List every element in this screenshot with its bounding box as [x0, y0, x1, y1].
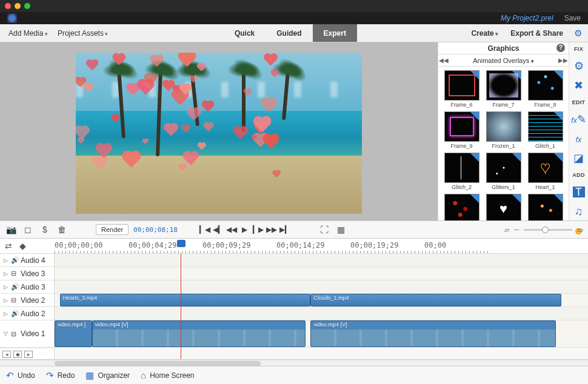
- fullscreen-icon[interactable]: ⛶: [318, 223, 330, 236]
- adjust-sliders-icon[interactable]: ⚙: [570, 61, 587, 71]
- category-prev-icon[interactable]: ◀◀: [438, 57, 449, 64]
- graphics-item[interactable]: Hearts_2: [484, 194, 523, 220]
- goto-end-icon[interactable]: ▶▎: [279, 224, 290, 235]
- tab-quick[interactable]: Quick: [224, 24, 266, 42]
- fx-icon[interactable]: fx: [570, 133, 587, 144]
- transport-controls: ▎◀ ◀▎ ◀◀ ▶ ▎▶ ▶▶ ▶▎: [199, 224, 290, 235]
- graphics-item[interactable]: Hearts_3: [526, 194, 565, 220]
- graphics-item[interactable]: Frame_8: [526, 70, 565, 108]
- clip[interactable]: video.mp4 [V]: [92, 320, 306, 347]
- properties-icon[interactable]: ⇄: [5, 241, 12, 251]
- graphics-item[interactable]: Frame_7: [484, 70, 523, 108]
- track-header[interactable]: ▷⊟Video 3: [0, 267, 55, 280]
- track-body[interactable]: [55, 307, 588, 320]
- step-back-icon[interactable]: ◀▎: [213, 224, 224, 235]
- crop-icon[interactable]: ◻: [22, 223, 34, 236]
- graphics-item[interactable]: Hearts_1: [442, 194, 481, 220]
- close-window-button[interactable]: [5, 3, 11, 9]
- category-dropdown[interactable]: Animated Overlays: [449, 57, 558, 64]
- music-icon[interactable]: ♫: [570, 206, 587, 217]
- track-body[interactable]: video.mp4 [video.mp4 [V]video.mp4 [V]: [55, 320, 588, 347]
- category-next-icon[interactable]: ▶▶: [558, 57, 569, 64]
- graphics-item[interactable]: Frame_9: [442, 111, 481, 149]
- export-share-button[interactable]: Export & Share: [507, 27, 567, 40]
- clip[interactable]: video.mp4 [: [55, 320, 92, 347]
- expand-track-icon[interactable]: ▷: [2, 297, 8, 303]
- zoom-slider[interactable]: [524, 229, 572, 231]
- graphics-grid[interactable]: Frame_6Frame_7Frame_8Frame_9Frozen_1Glit…: [438, 67, 569, 220]
- fx-edit-icon[interactable]: fx✎: [570, 114, 587, 125]
- save-button[interactable]: Save: [564, 14, 581, 22]
- goto-start-icon[interactable]: ▎◀: [199, 224, 210, 235]
- playhead-handle[interactable]: [177, 240, 185, 247]
- track-header[interactable]: ▷🔊Audio 3: [0, 280, 55, 293]
- minimize-window-button[interactable]: [15, 3, 21, 9]
- clip[interactable]: Hearts_3.mp4: [60, 294, 311, 306]
- settings-gear-icon[interactable]: ⚙: [572, 28, 584, 39]
- track-home-icon[interactable]: ◆: [13, 351, 22, 358]
- dollar-markers-icon[interactable]: $: [39, 223, 51, 236]
- tab-expert[interactable]: Expert: [313, 24, 357, 42]
- ruler-tick: 00;00;04;29: [129, 241, 176, 250]
- expand-track-icon[interactable]: ▷: [2, 257, 8, 263]
- clip[interactable]: Clouds_1.mp4: [310, 294, 561, 306]
- tab-guided[interactable]: Guided: [266, 24, 312, 42]
- transitions-icon[interactable]: ◪: [570, 153, 587, 164]
- time-ruler[interactable]: 00;00;00;0000;00;04;2900;00;09;2900;00;1…: [55, 239, 588, 254]
- camera-icon[interactable]: 📷: [5, 223, 17, 236]
- create-menu[interactable]: Create: [467, 27, 502, 40]
- add-media-menu[interactable]: Add Media: [4, 27, 53, 40]
- track-body[interactable]: Hearts_3.mp4Clouds_1.mp4: [55, 294, 588, 306]
- expand-track-icon[interactable]: ▽: [2, 331, 8, 337]
- expand-track-icon[interactable]: ▷: [2, 284, 8, 290]
- titles-icon[interactable]: T: [573, 187, 585, 197]
- track-next-icon[interactable]: ▸: [24, 351, 33, 358]
- play-icon[interactable]: ▶: [239, 224, 250, 235]
- track-body[interactable]: [55, 280, 588, 293]
- toolstrip-edit[interactable]: EDIT: [570, 99, 587, 105]
- redo-button[interactable]: ↷Redo: [46, 370, 75, 381]
- playhead-line[interactable]: [181, 254, 181, 359]
- main-menubar: Add Media Project Assets Quick Guided Ex…: [0, 24, 588, 42]
- step-fwd-icon[interactable]: ▎▶: [253, 224, 264, 235]
- safe-margins-icon[interactable]: ▦: [335, 223, 347, 236]
- tools-icon[interactable]: ✖: [570, 80, 587, 91]
- track-header[interactable]: ▽⊟Video 1: [0, 320, 55, 347]
- zoom-max-shape-icon[interactable]: ▭: [577, 226, 583, 234]
- markers-icon[interactable]: ◆: [19, 241, 26, 251]
- track-body[interactable]: [55, 254, 588, 266]
- rewind-icon[interactable]: ◀◀: [226, 224, 237, 235]
- timecode-display[interactable]: 00;00;08;18: [133, 226, 178, 234]
- timeline-toolbar: 📷 ◻ $ 🗑 Render 00;00;08;18 ▎◀ ◀▎ ◀◀ ▶ ▎▶…: [0, 220, 588, 239]
- trash-icon[interactable]: 🗑: [56, 223, 68, 236]
- graphics-item[interactable]: Heart_1: [526, 153, 565, 190]
- preview-monitor[interactable]: [76, 53, 362, 214]
- expand-track-icon[interactable]: ▷: [2, 311, 8, 317]
- toolstrip-fix[interactable]: FIX: [570, 46, 587, 52]
- toolstrip-add[interactable]: ADD: [570, 172, 587, 178]
- maximize-window-button[interactable]: [24, 3, 30, 9]
- help-icon[interactable]: ?: [556, 44, 565, 52]
- expand-track-icon[interactable]: ▷: [2, 271, 8, 277]
- fast-fwd-icon[interactable]: ▶▶: [266, 224, 277, 235]
- track-header[interactable]: ▷⊟Video 2: [0, 294, 55, 306]
- ruler-tick: 00;00: [424, 241, 446, 250]
- track-body[interactable]: [55, 267, 588, 280]
- timeline-h-scrollbar[interactable]: [0, 360, 588, 366]
- graphics-item[interactable]: Frozen_1: [484, 111, 523, 149]
- graphics-item[interactable]: Glitters_1: [484, 153, 523, 190]
- zoom-out-shape-icon[interactable]: ▱: [504, 226, 509, 234]
- project-assets-menu[interactable]: Project Assets: [53, 27, 113, 40]
- track-header[interactable]: ▷🔊Audio 2: [0, 307, 55, 320]
- track-header[interactable]: ▷🔊Audio 4: [0, 254, 55, 266]
- clip-label: video.mp4 [V]: [313, 322, 347, 328]
- render-button[interactable]: Render: [96, 224, 129, 235]
- clip[interactable]: video.mp4 [V]: [310, 320, 556, 347]
- graphics-item[interactable]: Glitch_1: [526, 111, 565, 149]
- organizer-button[interactable]: ▦Organizer: [85, 370, 130, 381]
- track-prev-icon[interactable]: ◂: [2, 351, 11, 358]
- graphics-item[interactable]: Frame_6: [442, 70, 481, 108]
- undo-button[interactable]: ↶Undo: [6, 370, 35, 381]
- graphics-item[interactable]: Glitch_2: [442, 153, 481, 190]
- home-screen-button[interactable]: ⌂Home Screen: [141, 370, 194, 380]
